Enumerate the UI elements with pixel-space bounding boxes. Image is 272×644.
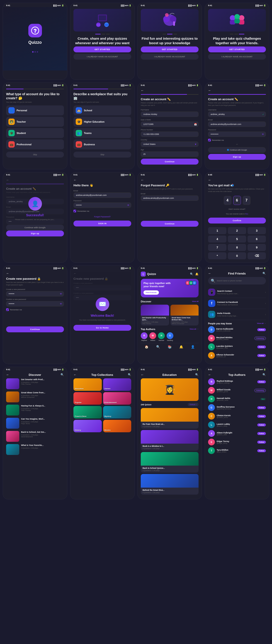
input-confirm-pw[interactable] (6, 301, 64, 306)
continue-btn-fp[interactable]: Continue (141, 221, 198, 227)
key-7[interactable]: 7 (208, 244, 226, 251)
get-started-btn-2[interactable]: GET STARTED (141, 46, 198, 52)
option-business[interactable]: 💼 Business (74, 140, 131, 150)
person-lauralee[interactable]: L Lauralee Quintero @lauralee_1985 Follo… (208, 344, 266, 350)
signup-btn2[interactable]: Sign up (6, 230, 64, 236)
key-2[interactable]: 2 (228, 227, 246, 234)
key-0[interactable]: 0 (228, 252, 246, 259)
follow-alfonzo[interactable]: Follow (257, 354, 266, 357)
collection-games[interactable]: Games (103, 378, 132, 391)
key-4[interactable]: 4 (208, 236, 226, 242)
find-friends-btn[interactable]: Find Friends (144, 290, 159, 295)
input-email[interactable] (208, 122, 266, 127)
input-password[interactable] (208, 132, 266, 137)
forgot-password-link[interactable]: Forgot Password? (94, 216, 110, 218)
have-account-btn-2[interactable]: I ALREADY HAVE AN ACCOUNT (141, 54, 198, 60)
key-8[interactable]: 8 (228, 244, 246, 251)
key-5[interactable]: 5 (228, 236, 246, 242)
input-age[interactable] (141, 152, 198, 157)
have-account-btn-1[interactable]: I ALREADY HAVE AN ACCOUNT (74, 54, 131, 60)
dl-item-4[interactable]: Can You Imagine, Worl... 4 Questions • 3… (6, 418, 64, 429)
input-phone[interactable] (141, 132, 198, 137)
follow-gd[interactable]: Follow (257, 406, 266, 409)
search-icon-tc[interactable]: 🔍 (128, 373, 131, 376)
edu-card-2[interactable]: Book is a Window to t... 4 Questions • 3… (141, 430, 198, 451)
back-arrow-si[interactable]: ← (74, 178, 131, 182)
input-signin-email[interactable] (74, 192, 131, 198)
option-personal[interactable]: 👤 Personal (6, 106, 64, 116)
discover-card-2[interactable]: Great Ideas Come from Brilliant Min... 4… (170, 305, 199, 326)
dl-item-6[interactable]: What is Your Favorite... 4 Questions • 3… (6, 444, 64, 455)
edu-card-3[interactable]: Back to School Quizze... 5 Questions • 2… (141, 452, 198, 473)
input-username[interactable] (208, 112, 266, 117)
eye-icon-cp[interactable]: 👁 (60, 302, 62, 305)
collection-education[interactable]: Education (74, 378, 102, 391)
author-aileen-fulbright[interactable]: A Aileen Fulbright @aileen_1985 Follow (208, 430, 266, 437)
author-lavern-labby[interactable]: L Lavern Labby @lavern_labby Follow (208, 422, 266, 428)
follow-lauralee[interactable]: Follow (257, 346, 266, 348)
search-icon-edu[interactable]: 🔍 (195, 373, 198, 376)
collection-entertainment[interactable]: Entertainment (103, 392, 132, 405)
confirm-btn[interactable]: Confirm (208, 218, 266, 224)
author-willard-goode[interactable]: W Willard Goode @willard_goode Following (208, 387, 266, 394)
get-started-btn-3[interactable]: GET STARTED (208, 46, 266, 52)
back-arrow-tc[interactable]: ← (74, 373, 76, 376)
option-school[interactable]: 🏫 School (74, 106, 131, 116)
eye-icon[interactable]: 👁 (262, 133, 264, 136)
search-icon-dl[interactable]: 🔍 (60, 373, 64, 376)
collection-mystery[interactable]: Mystery (103, 406, 132, 418)
author-rayford-eddings[interactable]: R Rayford Eddings @rayford_eddings Follo… (208, 378, 266, 385)
author-geoffrey-dorrance[interactable]: G Geoffrey Dorrance @geoffrey_dorrance F… (208, 404, 266, 411)
back-arrow-ca1[interactable]: ← (141, 89, 198, 92)
input-fullname[interactable] (141, 112, 198, 117)
follow-ck[interactable]: Follow (257, 415, 266, 418)
go-home-btn[interactable]: Go to Home (74, 325, 131, 331)
back-arrow-ff[interactable]: ← (208, 272, 211, 275)
back-arrow-np[interactable]: ← (6, 272, 64, 275)
edu-card-1[interactable]: Re-Train Your Brain wi... 4 Questions • … (141, 408, 198, 429)
skip-button[interactable]: Skip (6, 152, 64, 158)
key-9[interactable]: 9 (248, 244, 266, 251)
remember-checkbox-si[interactable]: ✓ (74, 210, 76, 212)
dl-item-2[interactable]: Great Ideas Come from... 4 Questions • 3… (6, 392, 64, 402)
follow-darron[interactable]: Follow (257, 328, 266, 331)
input-country[interactable] (141, 142, 198, 147)
have-account-btn-3[interactable]: I ALREADY HAVE AN ACCOUNT (208, 54, 266, 60)
back-arrow-dl[interactable]: ← (6, 373, 9, 376)
search-input-ff[interactable] (217, 280, 263, 282)
discover-view-all[interactable]: View all (192, 300, 198, 302)
signin-btn[interactable]: SIGN IN (74, 220, 131, 226)
eye-icon-np[interactable]: 👁 (60, 293, 62, 295)
option-teacher[interactable]: 👨‍🏫 Teacher (6, 117, 64, 127)
otp-box-1[interactable]: 4 (224, 196, 232, 205)
follow-maryland[interactable]: Following (254, 336, 266, 340)
key-backspace[interactable]: ⌫ (248, 252, 266, 259)
top-authors-view-all[interactable]: View all → (190, 328, 198, 330)
follow-af[interactable]: Follow (257, 432, 266, 435)
nav-home[interactable]: 🏠 (144, 345, 148, 349)
ff-invite-friends[interactable]: 👥 Invite Friends Invite friends to play … (208, 309, 266, 320)
back-arrow-edu[interactable]: ← (141, 373, 144, 376)
otp-box-2[interactable]: 6 (233, 196, 241, 205)
option-professional[interactable]: 💼 Professional (6, 140, 64, 150)
nav-search[interactable]: 🔍 (156, 345, 160, 349)
continue-google-btn[interactable]: Continue with Google (6, 225, 64, 230)
key-1[interactable]: 1 (208, 227, 226, 234)
follow-re[interactable]: Follow (257, 380, 266, 383)
google-btn[interactable]: 🔵 Continue with Google (208, 147, 266, 153)
back-arrow-ta[interactable]: ← (208, 373, 211, 376)
author-clinton-kervin[interactable]: C Clinton Kervin @clinton_kervin Follow (208, 413, 266, 420)
author-geoffrey[interactable]: G Geoffrey (166, 332, 174, 341)
quiz-sort[interactable]: Default ↕ (188, 403, 198, 406)
bell-icon-home[interactable]: 🔔 (195, 272, 198, 276)
search-icon-home[interactable]: 🔍 (190, 272, 193, 276)
person-alfonzo[interactable]: A Alfonzo Schuessler @alfonzo_19 Follow (208, 352, 266, 359)
back-arrow-ca2[interactable]: ← (208, 89, 266, 92)
author-edgar-torrey[interactable]: E Edgar Torrey @edgar_torrey Follow (208, 439, 266, 446)
key-star[interactable]: * (208, 252, 226, 259)
edu-card-4[interactable]: Behind the Smart Brai... 4 Questions • 3… (141, 474, 198, 494)
back-arrow-otp[interactable]: ← (208, 178, 266, 182)
back-arrow-fp[interactable]: ← (141, 178, 198, 182)
option-teams[interactable]: 👥 Teams (74, 128, 131, 138)
nav-notifications[interactable]: 🔔 (179, 345, 183, 349)
